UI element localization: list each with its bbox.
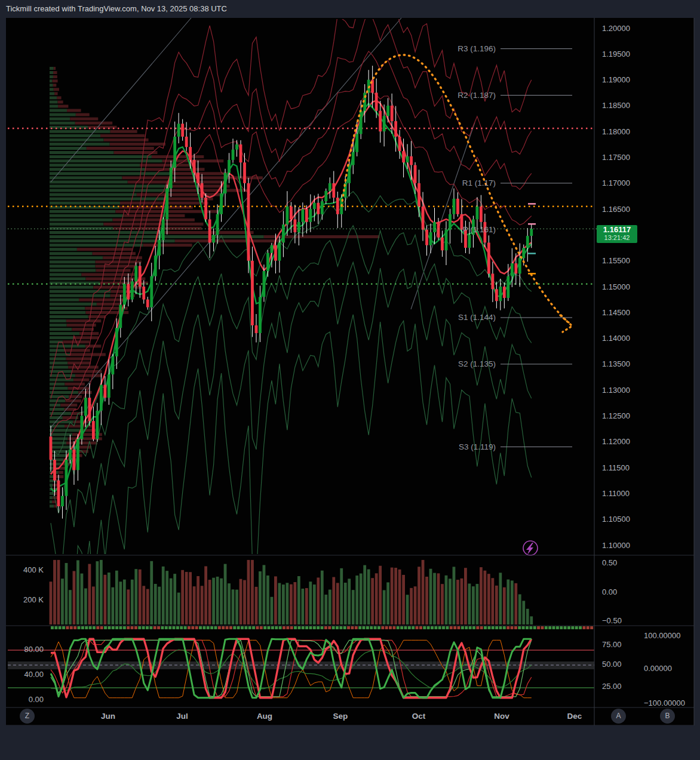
volume-bar — [453, 567, 456, 624]
price-tick-label: 1.17500 — [602, 153, 630, 162]
signal-cell — [112, 626, 115, 629]
signal-cell — [89, 626, 92, 629]
volume-bar — [282, 584, 285, 624]
price-tick-label: 1.14500 — [602, 308, 630, 317]
volume-bar — [379, 566, 382, 624]
volume-bar — [208, 580, 211, 624]
signal-cell — [297, 626, 300, 629]
price-tick-label: 1.12500 — [602, 411, 630, 420]
signal-cell — [575, 626, 578, 629]
pivot-label: R3 (1.196) — [458, 44, 496, 53]
signal-cell — [73, 626, 76, 629]
signal-cell — [66, 626, 69, 629]
current-price-value: 1.16117 — [597, 225, 637, 234]
price-tick-label: 1.13000 — [602, 386, 630, 395]
volume-bar — [162, 567, 165, 624]
signal-cell — [427, 626, 430, 629]
volume-bar — [115, 571, 118, 624]
price-tick-label: 1.14000 — [602, 334, 630, 343]
signal-cell — [400, 626, 403, 629]
volume-bar — [131, 580, 134, 624]
signal-cell — [495, 626, 498, 629]
pivot-label: R2 (1.187) — [458, 91, 496, 100]
scale-b-button[interactable]: B — [660, 709, 675, 724]
osc-inner-tick-label: 50.00 — [602, 660, 622, 669]
volume-bar — [487, 574, 490, 624]
signal-cell — [381, 626, 384, 629]
volume-bar — [480, 567, 483, 624]
volume-bar — [216, 577, 219, 624]
signal-cell — [96, 626, 99, 629]
signal-cell — [252, 626, 255, 629]
signal-cell — [226, 626, 229, 629]
signal-cell — [339, 626, 342, 629]
signal-cell — [332, 626, 335, 629]
signal-cell — [115, 626, 118, 629]
signal-cell — [366, 626, 369, 629]
volume-bar — [375, 573, 378, 624]
volume-bar — [433, 573, 436, 624]
signal-cell — [268, 626, 271, 629]
osc-left-tick-label: 80.00 — [24, 645, 44, 654]
signal-cell — [324, 626, 327, 629]
volume-bar — [201, 586, 204, 624]
price-chart-canvas[interactable]: R3 (1.196)R2 (1.187)R1 (1.17)P (1.161)S1… — [0, 0, 700, 760]
volume-bar — [134, 569, 137, 624]
volume-bar — [414, 586, 417, 624]
volume-bar — [406, 595, 409, 624]
price-tick-label: 1.15500 — [602, 256, 630, 265]
price-tick-label: 1.19500 — [602, 50, 630, 59]
volume-bar — [383, 590, 386, 624]
volume-bar — [394, 568, 397, 624]
signal-cell — [256, 626, 259, 629]
signal-cell — [363, 626, 366, 629]
signal-cell — [290, 626, 293, 629]
volume-bar — [170, 579, 173, 624]
pivot-label: S1 (1.144) — [458, 313, 496, 322]
volume-bar — [142, 586, 145, 624]
signal-strip-layer — [51, 626, 593, 629]
signal-cell — [54, 626, 57, 629]
price-tick-label: 1.18500 — [602, 101, 630, 110]
signal-cell — [392, 626, 395, 629]
osc-left-tick-label: 0.00 — [29, 695, 44, 704]
volume-bar — [158, 587, 161, 624]
current-price-badge[interactable]: 1.16117 13:21:42 — [597, 225, 637, 243]
footer-bar: TradingView — [0, 725, 700, 760]
signal-cell — [214, 626, 217, 629]
signal-cell — [419, 626, 422, 629]
signal-cell — [579, 626, 582, 629]
volume-bar — [290, 584, 293, 624]
candle — [131, 278, 134, 302]
signal-cell — [184, 626, 187, 629]
volume-bar — [522, 601, 525, 624]
price-tick-label: 1.20000 — [602, 24, 630, 33]
scale-a-button[interactable]: A — [611, 709, 626, 724]
pivot-label: S2 (1.135) — [458, 359, 496, 368]
signal-cell — [260, 626, 263, 629]
signal-cell — [149, 626, 152, 629]
price-tick-label: 1.19000 — [602, 75, 630, 84]
volume-bar — [460, 579, 463, 624]
signal-cell — [199, 626, 202, 629]
volume-bar — [464, 568, 467, 624]
osc-inner-tick-label: 75.00 — [602, 640, 622, 649]
signal-cell — [556, 626, 559, 629]
signal-cell — [275, 626, 278, 629]
price-scale[interactable]: 1.200001.195001.190001.185001.180001.175… — [602, 24, 630, 550]
month-label: Oct — [412, 712, 426, 721]
price-tick-label: 1.10000 — [602, 541, 630, 550]
signal-cell — [442, 626, 445, 629]
signal-cell — [503, 626, 506, 629]
signal-cell — [347, 626, 350, 629]
volume-bar — [228, 583, 231, 624]
volume-bar — [123, 580, 126, 624]
price-tick-label: 1.11500 — [602, 463, 630, 472]
volume-bar — [111, 587, 114, 624]
month-label: Dec — [567, 712, 582, 721]
volume-bar — [88, 564, 91, 624]
timezone-button[interactable]: Z — [20, 709, 35, 724]
volume-bar — [348, 579, 351, 624]
volume-bar — [96, 561, 99, 624]
signal-cell — [458, 626, 460, 629]
